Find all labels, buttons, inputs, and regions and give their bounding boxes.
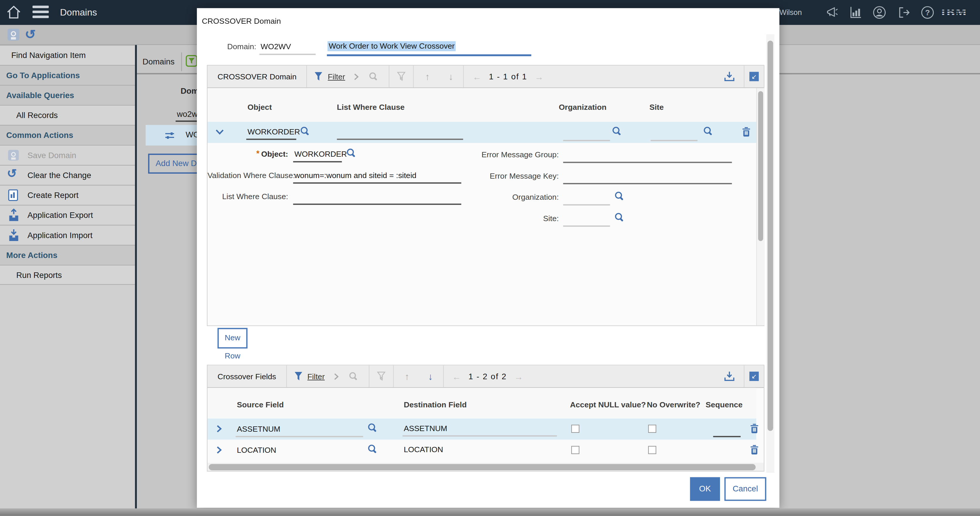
delete-row-icon[interactable] (750, 445, 759, 454)
column-sequence: Sequence (706, 400, 743, 409)
no-overwrite-checkbox[interactable] (648, 425, 657, 433)
previous-page-icon[interactable]: ← (452, 372, 461, 381)
search-icon[interactable] (348, 372, 358, 381)
search-icon[interactable] (369, 71, 379, 81)
ibm-logo: IBM (941, 6, 969, 18)
object-detail-lookup-icon[interactable] (347, 148, 357, 159)
site-lookup-icon[interactable] (703, 126, 714, 137)
filter-icon[interactable] (315, 72, 323, 81)
previous-page-icon[interactable]: ← (473, 71, 482, 81)
ok-button[interactable]: OK (690, 477, 720, 501)
organization-input[interactable] (563, 204, 610, 205)
save-icon[interactable] (7, 28, 20, 41)
row-site-input[interactable] (651, 140, 697, 141)
sequence-input[interactable] (713, 436, 741, 437)
no-overwrite-checkbox[interactable] (648, 446, 657, 454)
sidebar-item-application-export[interactable]: Application Export (0, 205, 135, 225)
filter-icon[interactable] (294, 372, 302, 381)
source-field-input[interactable]: LOCATION (237, 446, 276, 455)
accept-null-checkbox[interactable] (571, 446, 579, 454)
undo-icon[interactable]: ↺ (25, 27, 36, 42)
home-icon[interactable] (6, 5, 22, 21)
new-row-button[interactable]: New Row (218, 328, 247, 348)
crossover-domain-dialog: CROSSOVER Domain Domain: WO2WV Work Orde… (197, 8, 780, 508)
accept-null-checkbox[interactable] (571, 425, 579, 433)
workorder-row[interactable]: WORKORDER (207, 122, 764, 143)
tab-domains[interactable]: Domains (142, 57, 174, 66)
sidebar-item-run-reports[interactable]: Run Reports (0, 265, 135, 285)
next-page-icon[interactable]: → (514, 372, 523, 381)
error-message-group-input[interactable] (563, 162, 732, 162)
sidebar-item-save-domain[interactable]: Save Domain (0, 145, 135, 165)
table-header-row: Object List Where Clause Organization Si… (207, 88, 756, 122)
next-page-icon[interactable]: → (535, 71, 544, 81)
row-detail-sliders-icon[interactable] (164, 130, 175, 141)
sidebar-item-more-actions[interactable]: More Actions (0, 245, 135, 265)
location-row[interactable]: LOCATION LOCATION (207, 440, 756, 461)
organization-lookup-icon[interactable] (612, 126, 622, 137)
collapse-row-chevron-icon[interactable] (216, 129, 224, 135)
expand-chevron-icon[interactable] (334, 373, 339, 380)
site-detail-lookup-icon[interactable] (614, 212, 625, 223)
download-icon[interactable] (724, 371, 735, 382)
clear-filter-icon[interactable] (397, 72, 406, 81)
sidebar-item-all-records[interactable]: All Records (0, 105, 135, 125)
error-message-key-input[interactable] (563, 183, 732, 184)
sidebar-item-available-queries[interactable]: Available Queries (0, 85, 135, 105)
delete-row-icon[interactable] (742, 127, 751, 137)
report-icon (8, 189, 18, 201)
logout-icon[interactable] (897, 6, 910, 19)
pagination-text: 1 - 1 of 1 (489, 72, 527, 81)
sidebar-item-create-report[interactable]: Create Report (0, 185, 135, 205)
minimize-table-icon[interactable]: ↙ (749, 372, 759, 381)
sidebar-item-go-to-applications[interactable]: Go To Applications (0, 65, 135, 85)
expand-chevron-icon[interactable] (354, 73, 359, 80)
user-name[interactable]: Wilson (779, 8, 802, 17)
sidebar-item-application-import[interactable]: Application Import (0, 225, 135, 245)
expand-row-chevron-icon[interactable] (216, 425, 222, 433)
object-lookup-icon[interactable] (300, 126, 311, 137)
source-field-input[interactable]: ASSETNUM (237, 425, 280, 433)
dialog-scrollbar[interactable] (766, 34, 775, 473)
filter-link[interactable]: Filter (307, 372, 325, 381)
domain-description-input[interactable]: Work Order to Work View Crossover (328, 41, 456, 51)
sidebar-item-common-actions[interactable]: Common Actions (0, 125, 135, 145)
help-icon[interactable]: ? (921, 6, 934, 19)
crossover-fields-toolbar: Crossover Fields Filter (207, 365, 764, 388)
list-where-clause-input[interactable] (293, 203, 461, 205)
column-organization: Organization (559, 103, 607, 112)
move-row-down-icon[interactable]: ↓ (449, 71, 453, 82)
source-lookup-icon[interactable] (368, 423, 378, 433)
organization-detail-lookup-icon[interactable] (614, 191, 625, 202)
expand-row-chevron-icon[interactable] (216, 446, 222, 454)
find-navigation-label: Find Navigation Item (11, 51, 86, 60)
reports-chart-icon[interactable] (849, 6, 862, 19)
filter-link[interactable]: Filter (328, 72, 345, 81)
download-icon[interactable] (724, 71, 735, 82)
move-row-up-icon[interactable]: ↑ (425, 71, 430, 82)
table-filter-icon[interactable] (186, 55, 197, 67)
move-row-up-icon[interactable]: ↑ (405, 371, 409, 382)
table-scrollbar[interactable] (756, 88, 765, 325)
profile-icon[interactable] (872, 6, 886, 19)
delete-row-icon[interactable] (750, 424, 759, 433)
announcements-icon[interactable] (825, 6, 839, 19)
cancel-button[interactable]: Cancel (724, 477, 766, 501)
sidebar-item-clear-the-change[interactable]: ↺ Clear the Change (0, 165, 135, 185)
domain-input[interactable]: WO2WV (261, 43, 291, 51)
minimize-table-icon[interactable]: ↙ (749, 72, 759, 81)
move-row-down-icon[interactable]: ↓ (428, 371, 433, 382)
clear-filter-icon[interactable] (377, 372, 385, 381)
hamburger-menu-icon[interactable] (33, 6, 49, 19)
column-object: Object (248, 103, 272, 112)
assetnum-row[interactable]: ASSETNUM ASSETNUM (207, 419, 756, 440)
row-object-input[interactable]: WORKORDER (248, 127, 300, 136)
source-lookup-icon[interactable] (368, 444, 378, 454)
row-list-where-input[interactable] (337, 138, 463, 140)
site-input[interactable] (563, 225, 610, 226)
find-navigation-input[interactable]: Find Navigation Item (0, 45, 135, 65)
object-input[interactable]: WORKORDER (294, 150, 347, 159)
row-organization-input[interactable] (563, 140, 610, 141)
app-title: Domains (60, 7, 97, 17)
horizontal-scrollbar[interactable] (207, 463, 764, 471)
